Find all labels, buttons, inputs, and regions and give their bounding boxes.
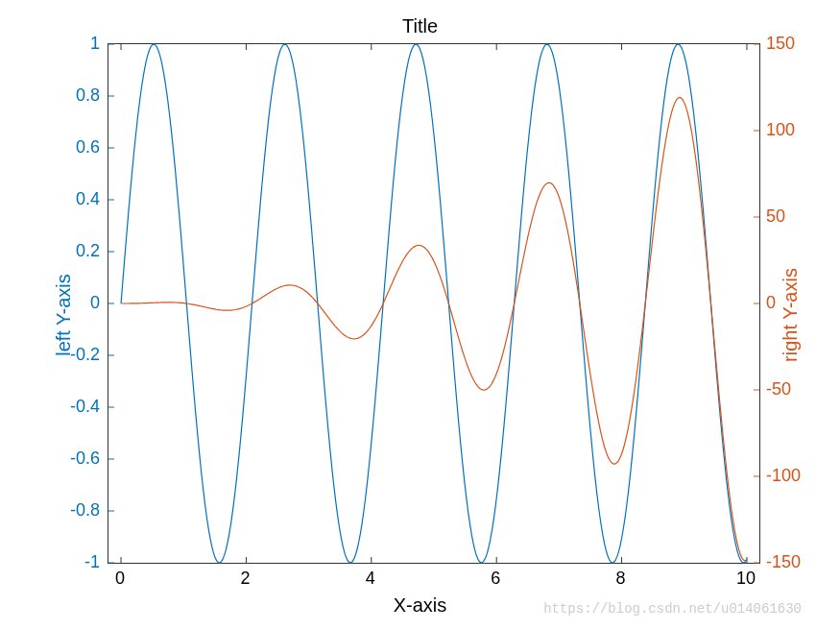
plot-area: [108, 43, 760, 564]
left-y-tick: 0: [90, 293, 100, 313]
left-y-tick: -1: [84, 552, 100, 572]
chart-title: Title: [0, 15, 840, 37]
left-y-tick: 0.4: [76, 189, 100, 209]
right-y-tick: -50: [766, 379, 791, 400]
right-y-tick: 0: [766, 293, 776, 313]
x-tick: 8: [616, 569, 626, 589]
left-y-tick: 0.6: [76, 137, 100, 158]
x-tick: 2: [240, 569, 250, 589]
right-y-tick: 100: [766, 120, 795, 140]
plot-svg: [108, 44, 759, 563]
left-y-tick: 1: [90, 34, 100, 54]
left-y-tick: -0.2: [70, 345, 100, 365]
left-y-tick: -0.4: [70, 397, 100, 417]
series-xsq-sin: [121, 97, 747, 560]
left-y-tick: -0.8: [70, 500, 100, 521]
left-y-tick: 0.8: [76, 85, 100, 106]
right-y-tick: 50: [766, 206, 785, 227]
left-y-tick: 0.2: [76, 241, 100, 261]
x-tick: 4: [366, 569, 375, 589]
right-y-tick: -100: [766, 466, 801, 486]
x-tick: 0: [115, 569, 125, 589]
x-tick: 6: [491, 569, 500, 589]
watermark-text: https://blog.csdn.net/u014061630: [543, 601, 802, 617]
left-y-tick: -0.6: [70, 448, 100, 469]
right-y-tick: -150: [766, 552, 801, 572]
right-y-tick: 150: [766, 34, 795, 54]
chart-container: Title X-axis left Y-axis right Y-axis 02…: [0, 0, 840, 630]
x-tick: 10: [736, 569, 756, 589]
right-y-axis-label: right Y-axis: [780, 268, 803, 362]
series-sin: [121, 44, 747, 563]
